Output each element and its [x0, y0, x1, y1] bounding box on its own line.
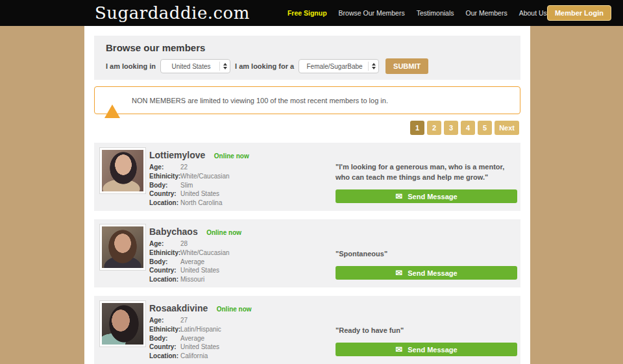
- member-name[interactable]: Babychaos: [149, 226, 198, 237]
- detail-label: Age:: [149, 164, 180, 171]
- detail-label: Location:: [149, 199, 180, 206]
- member-photo[interactable]: [99, 300, 146, 347]
- member-quote: "I'm looking for a generous man, who is …: [336, 162, 517, 183]
- browse-members-form: I am looking in United States I am looki…: [106, 58, 509, 74]
- top-navbar: Sugardaddie.com Free Signup Browse Our M…: [0, 0, 623, 26]
- detail-label: Country:: [149, 343, 180, 350]
- member-quote: "Ready to have fun": [336, 326, 517, 336]
- detail-value: 28: [180, 240, 188, 247]
- page: { "nav": { "logo": "Sugardaddie.com", "l…: [0, 0, 623, 364]
- country-select-value: United States: [166, 63, 216, 70]
- member-photo-image: [102, 303, 143, 345]
- page-next-button[interactable]: Next: [495, 121, 519, 135]
- send-message-label: Send Message: [408, 193, 457, 200]
- detail-value: Average: [180, 335, 204, 342]
- select-stepper-icon: [219, 62, 227, 71]
- nav-links: Free Signup Browse Our Members Testimoni…: [287, 9, 547, 17]
- detail-value: United States: [180, 343, 219, 350]
- send-message-button[interactable]: ✉ Send Message: [336, 266, 517, 280]
- online-status-badge: Online now: [214, 152, 249, 160]
- member-details: Age:27 Ethinicity:Latin/Hispanic Body:Av…: [149, 316, 221, 360]
- detail-label: Body:: [149, 258, 180, 265]
- detail-value: United States: [180, 267, 219, 274]
- main-content: Browse our members I am looking in Unite…: [84, 26, 530, 364]
- page-button-4[interactable]: 4: [461, 121, 475, 135]
- member-details: Age:28 Ethinicity:White/Caucasian Body:A…: [149, 239, 230, 284]
- detail-label: Country:: [149, 190, 180, 197]
- member-photo-image: [102, 150, 143, 191]
- browse-members-title: Browse our members: [106, 42, 509, 53]
- send-message-label: Send Message: [408, 346, 457, 354]
- browse-members-panel: Browse our members I am looking in Unite…: [94, 36, 520, 80]
- detail-value: North Carolina: [180, 199, 222, 206]
- member-name[interactable]: Lottiemylove: [149, 150, 205, 160]
- detail-value: Average: [180, 258, 204, 265]
- looking-for-label: I am looking for a: [235, 62, 294, 70]
- detail-value: Latin/Hispanic: [180, 326, 221, 333]
- country-select[interactable]: United States: [160, 59, 230, 73]
- member-photo[interactable]: [99, 224, 146, 271]
- non-members-notice: ! NON MEMBERS are limited to viewing 100…: [94, 86, 520, 114]
- online-status-badge: Online now: [206, 229, 241, 236]
- looking-in-label: I am looking in: [106, 62, 156, 70]
- member-login-button[interactable]: Member Login: [547, 5, 611, 21]
- member-name[interactable]: Rosaakdivine: [149, 303, 208, 313]
- detail-label: Location:: [149, 352, 180, 359]
- detail-label: Ethinicity:: [149, 249, 180, 256]
- detail-label: Body:: [149, 182, 180, 189]
- send-message-label: Send Message: [408, 269, 457, 277]
- select-stepper-icon: [368, 62, 376, 71]
- member-details: Age:22 Ethinicity:White/Caucasian Body:S…: [149, 163, 230, 207]
- page-button-1[interactable]: 1: [410, 121, 424, 135]
- envelope-icon: ✉: [395, 269, 402, 277]
- detail-label: Age:: [149, 317, 180, 324]
- member-card: Babychaos Online now Age:28 Ethinicity:W…: [94, 219, 520, 287]
- member-card: Lottiemylove Online now Age:22 Ethinicit…: [94, 143, 520, 211]
- envelope-icon: ✉: [395, 192, 402, 200]
- pagination: 1 2 3 4 5 Next: [95, 121, 519, 135]
- envelope-icon: ✉: [395, 345, 402, 354]
- submit-button[interactable]: SUBMIT: [385, 58, 428, 74]
- detail-value: White/Caucasian: [180, 249, 230, 256]
- detail-label: Ethinicity:: [149, 326, 180, 333]
- detail-label: Ethinicity:: [149, 173, 180, 180]
- member-photo[interactable]: [99, 147, 146, 194]
- send-message-button[interactable]: ✉ Send Message: [336, 343, 517, 356]
- nav-link-browse-our-members[interactable]: Browse Our Members: [339, 9, 405, 17]
- gender-select-value: Female/SugarBabe: [304, 63, 365, 70]
- page-button-2[interactable]: 2: [427, 121, 441, 135]
- detail-value: Slim: [180, 182, 193, 189]
- warning-icon: !: [104, 93, 120, 107]
- detail-value: 27: [180, 317, 188, 324]
- online-status-badge: Online now: [217, 306, 252, 313]
- detail-label: Age:: [149, 240, 180, 247]
- detail-label: Location:: [149, 276, 180, 283]
- nav-link-free-signup[interactable]: Free Signup: [287, 9, 327, 17]
- page-button-3[interactable]: 3: [444, 121, 458, 135]
- detail-label: Body:: [149, 335, 180, 342]
- nav-link-testimonials[interactable]: Testimonials: [417, 9, 454, 17]
- member-card: Rosaakdivine Online now Age:27 Ethinicit…: [94, 296, 520, 364]
- detail-label: Country:: [149, 267, 180, 274]
- site-logo[interactable]: Sugardaddie.com: [95, 3, 250, 23]
- member-photo-image: [102, 226, 143, 268]
- gender-select[interactable]: Female/SugarBabe: [299, 59, 379, 73]
- detail-value: United States: [180, 190, 219, 197]
- detail-value: 22: [180, 164, 188, 171]
- notice-text: NON MEMBERS are limited to viewing 100 o…: [132, 97, 388, 104]
- nav-link-our-members[interactable]: Our Members: [465, 9, 507, 17]
- detail-value: California: [180, 352, 208, 359]
- detail-value: Missouri: [180, 276, 204, 283]
- member-quote: "Spontaneous": [336, 249, 517, 260]
- page-button-5[interactable]: 5: [478, 121, 492, 135]
- detail-value: White/Caucasian: [180, 173, 230, 180]
- send-message-button[interactable]: ✉ Send Message: [336, 189, 517, 203]
- nav-link-about-us[interactable]: About Us: [519, 9, 547, 17]
